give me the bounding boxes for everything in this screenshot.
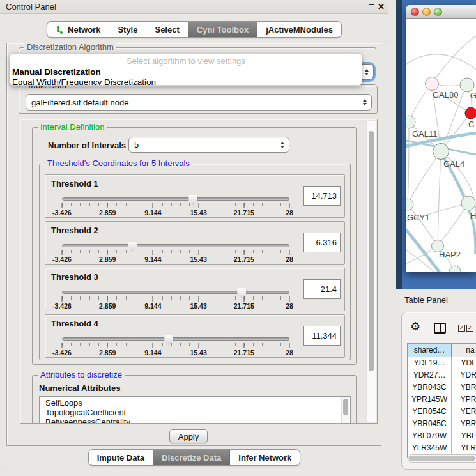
tick-label: -3.426 xyxy=(52,349,72,357)
attribute-item[interactable]: TopologicalCoefficient xyxy=(45,408,350,417)
threshold-value-field[interactable] xyxy=(303,279,341,299)
cell[interactable]: YDR2 xyxy=(452,369,476,381)
checkbox-icon[interactable]: ✓ xyxy=(458,325,465,332)
table-header-row: shared… na xyxy=(408,344,476,357)
node-gal4[interactable] xyxy=(433,144,449,160)
threshold-value-field[interactable] xyxy=(303,326,341,346)
cell[interactable]: YDL19… xyxy=(408,357,452,369)
cell[interactable]: YPR145W xyxy=(408,394,452,406)
table-row[interactable]: YBL079W YBL0 xyxy=(408,430,476,442)
slider-minor-ticks xyxy=(62,250,289,253)
cell[interactable]: YBR0 xyxy=(452,418,476,430)
tick-label: 2.859 xyxy=(99,349,116,357)
table-row[interactable]: YER054C YER0 xyxy=(408,406,476,418)
combo-stepper-icon xyxy=(280,142,284,148)
thresholds-group: Threshold's Coordinates for 5 Intervals … xyxy=(39,164,351,360)
threshold-value-field[interactable] xyxy=(303,186,341,206)
checkbox-icon[interactable]: ✓ xyxy=(466,325,473,332)
tab-style[interactable]: Style xyxy=(109,22,146,37)
tab-label: Discretize Data xyxy=(162,453,221,463)
column-header-name[interactable]: na xyxy=(452,344,476,357)
table-row[interactable]: YDR27… YDR2 xyxy=(408,369,476,381)
node-gal11[interactable] xyxy=(406,116,415,128)
settings-scrollbar[interactable] xyxy=(366,121,376,422)
cell[interactable]: YBR0 xyxy=(452,381,476,394)
float-window-icon[interactable] xyxy=(369,4,374,10)
table-data-group: Table Data galFiltered.sif default node xyxy=(19,86,378,114)
attributes-group-title: Attributes to discretize xyxy=(38,370,125,380)
tab-impute-data[interactable]: Impute Data xyxy=(89,450,153,465)
column-selection-icons: ✓ ✓ xyxy=(458,325,473,332)
attribute-item[interactable]: BetweennessCentrality xyxy=(45,417,350,424)
node-selected-red[interactable] xyxy=(465,107,476,119)
threshold-panel: Threshold 2 -3.426 2.859 9.144 15.43 21.… xyxy=(45,221,345,265)
tab-infer-network[interactable]: Infer Network xyxy=(229,450,300,465)
apply-button[interactable]: Apply xyxy=(169,429,208,443)
cell[interactable]: YPR1 xyxy=(452,394,476,406)
network-canvas[interactable]: GAL80 G C GAL11 GAL4 GCY1 H HAP2 xyxy=(406,19,476,272)
threshold-label: Threshold 1 xyxy=(51,179,98,188)
tab-cyni-toolbox[interactable]: Cyni Toolbox xyxy=(188,22,257,37)
threshold-label: Threshold 3 xyxy=(51,272,98,282)
node-h[interactable] xyxy=(461,196,475,210)
split-columns-icon[interactable] xyxy=(434,323,446,334)
table-row[interactable]: YBR043C YBR0 xyxy=(408,381,476,394)
tab-jactivemnodules[interactable]: jActiveMNodules xyxy=(257,22,341,37)
cell[interactable]: YBL079W xyxy=(408,430,452,442)
table-horizontal-scrollbar[interactable] xyxy=(408,454,476,463)
cell[interactable]: YLR3 xyxy=(452,442,476,454)
close-icon[interactable]: ✕ xyxy=(378,2,385,12)
algorithm-option-equal-width[interactable]: Equal Width/Frequency Discretization xyxy=(12,77,156,86)
node-label: GAL11 xyxy=(412,129,438,139)
network-window-titlebar[interactable] xyxy=(406,5,476,19)
threshold-slider[interactable]: -3.426 2.859 9.144 15.43 21.715 28 xyxy=(62,335,289,357)
cell[interactable]: YER0 xyxy=(452,406,476,418)
cell[interactable]: YBL0 xyxy=(452,430,476,442)
table-row[interactable]: YBR045C YBR0 xyxy=(408,418,476,430)
tab-discretize-data[interactable]: Discretize Data xyxy=(153,450,229,465)
tick-label: 21.715 xyxy=(234,302,254,310)
slider-track[interactable] xyxy=(62,197,289,201)
algorithm-option-manual[interactable]: Manual Discretization xyxy=(12,67,101,77)
tick-label: 28 xyxy=(286,349,293,357)
node-gal80[interactable] xyxy=(426,77,439,91)
minimize-traffic-light-icon[interactable] xyxy=(422,8,431,16)
close-traffic-light-icon[interactable] xyxy=(411,8,419,16)
table-row[interactable]: YLR345W YLR3 xyxy=(408,442,476,454)
cell[interactable]: YBR045C xyxy=(408,418,452,430)
cell[interactable]: YDL1 xyxy=(452,357,476,369)
node-label: C xyxy=(468,119,474,129)
threshold-slider[interactable]: -3.426 2.859 9.144 15.43 21.715 28 xyxy=(62,288,289,310)
slider-track[interactable] xyxy=(62,291,289,294)
node-gcy1[interactable] xyxy=(406,199,413,210)
threshold-slider[interactable]: -3.426 2.859 9.144 15.43 21.715 28 xyxy=(62,242,289,263)
slider-track[interactable] xyxy=(62,244,289,247)
node-g[interactable] xyxy=(460,78,474,92)
slider-track[interactable] xyxy=(62,337,289,341)
gear-icon[interactable]: ⚙ xyxy=(410,321,420,332)
cell[interactable]: YDR27… xyxy=(408,369,452,381)
number-of-intervals-combobox[interactable]: 5 xyxy=(128,137,289,153)
table-row[interactable]: YDL19… YDL1 xyxy=(408,357,476,369)
node-label: H xyxy=(470,211,476,220)
algorithm-dropdown-popup: Select algorithm to view settings Manual… xyxy=(10,53,362,86)
threshold-value-field[interactable] xyxy=(303,233,341,252)
zoom-traffic-light-icon[interactable] xyxy=(434,8,442,16)
table-row[interactable]: YPR145W YPR1 xyxy=(408,394,476,406)
tab-select[interactable]: Select xyxy=(146,22,187,37)
tick-label: 15.43 xyxy=(190,302,206,310)
column-header-shared-name[interactable]: shared… xyxy=(408,344,452,357)
table-data-combobox[interactable]: galFiltered.sif default node xyxy=(26,94,372,111)
combo-stepper-icon xyxy=(363,99,367,105)
list-scrollbar[interactable] xyxy=(341,397,349,423)
cell[interactable]: YLR345W xyxy=(408,442,452,454)
cell[interactable]: YER054C xyxy=(408,406,452,418)
frame-edge xyxy=(396,0,402,289)
tick-label: -3.426 xyxy=(52,256,72,263)
threshold-slider[interactable]: -3.426 2.859 9.144 15.43 21.715 28 xyxy=(62,195,289,217)
cell[interactable]: YBR043C xyxy=(408,381,452,394)
tab-network[interactable]: Network xyxy=(47,22,109,37)
node-partial[interactable] xyxy=(449,266,461,272)
numerical-attributes-list[interactable]: SelfLoops TopologicalCoefficient Between… xyxy=(39,396,351,424)
attribute-item[interactable]: SelfLoops xyxy=(45,398,350,408)
